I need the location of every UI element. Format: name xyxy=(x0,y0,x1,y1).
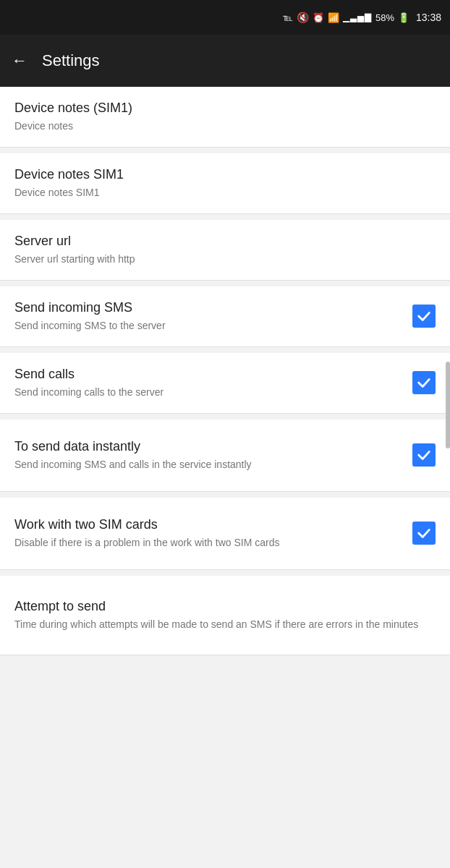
group-divider xyxy=(0,214,450,220)
status-time: 13:38 xyxy=(416,12,441,23)
item-title: Send incoming SMS xyxy=(14,299,401,316)
item-subtitle: Time during which attempts will be made … xyxy=(14,618,424,632)
item-title: Attempt to send xyxy=(14,598,424,615)
item-subtitle: Server url starting with http xyxy=(14,252,424,267)
send-data-instantly-checkbox[interactable] xyxy=(412,443,436,467)
battery-icon: 🔋 xyxy=(398,12,409,23)
settings-item-text: Device notes SIM1 Device notes SIM1 xyxy=(14,166,436,200)
settings-item-device-notes-sim1-value[interactable]: Device notes SIM1 Device notes SIM1 xyxy=(0,153,450,214)
signal-icon: ▁▃▅▇ xyxy=(343,12,372,22)
checkmark-icon xyxy=(416,375,432,391)
settings-item-text: Server url Server url starting with http xyxy=(14,233,436,267)
item-title: Device notes (SIM1) xyxy=(14,100,424,116)
settings-list: Device notes (SIM1) Device notes Device … xyxy=(0,87,450,655)
item-subtitle: Send incoming SMS and calls in the servi… xyxy=(14,458,401,472)
mute-icon: 🔇 xyxy=(297,12,309,23)
checkmark-icon xyxy=(416,308,432,324)
alarm-icon: ⏰ xyxy=(313,12,324,23)
battery-percent: 58% xyxy=(375,12,394,23)
status-icons: ℡ 🔇 ⏰ 📶 ▁▃▅▇ 58% 🔋 13:38 xyxy=(283,12,441,23)
settings-item-text: Send incoming SMS Send incoming SMS to t… xyxy=(14,299,412,333)
item-title: To send data instantly xyxy=(14,438,401,455)
item-title: Work with two SIM cards xyxy=(14,516,401,533)
group-divider xyxy=(0,414,450,420)
status-bar: ℡ 🔇 ⏰ 📶 ▁▃▅▇ 58% 🔋 13:38 xyxy=(0,0,450,35)
group-divider xyxy=(0,281,450,286)
item-title: Send calls xyxy=(14,366,401,383)
settings-item-send-incoming-sms[interactable]: Send incoming SMS Send incoming SMS to t… xyxy=(0,286,450,347)
settings-item-text: Attempt to send Time during which attemp… xyxy=(14,598,436,632)
settings-item-send-calls[interactable]: Send calls Send incoming calls to the se… xyxy=(0,353,450,414)
item-subtitle: Send incoming SMS to the server xyxy=(14,319,401,333)
send-incoming-sms-checkbox[interactable] xyxy=(412,305,436,328)
bluetooth-icon: ℡ xyxy=(283,12,293,23)
settings-item-text: Device notes (SIM1) Device notes xyxy=(14,100,436,134)
checkmark-icon xyxy=(416,447,432,463)
settings-item-text: Send calls Send incoming calls to the se… xyxy=(14,366,412,400)
settings-item-attempt-to-send[interactable]: Attempt to send Time during which attemp… xyxy=(0,576,450,655)
item-subtitle: Disable if there is a problem in the wor… xyxy=(14,536,401,550)
checkmark-icon xyxy=(416,525,432,541)
group-divider xyxy=(0,347,450,353)
settings-item-text: Work with two SIM cards Disable if there… xyxy=(14,516,412,550)
toolbar-title: Settings xyxy=(42,51,100,70)
settings-item-device-notes-sim1-title[interactable]: Device notes (SIM1) Device notes xyxy=(0,87,450,148)
item-subtitle: Send incoming calls to the server xyxy=(14,386,401,400)
toolbar: ← Settings xyxy=(0,35,450,87)
wifi-icon: 📶 xyxy=(328,12,339,23)
settings-item-server-url[interactable]: Server url Server url starting with http xyxy=(0,220,450,281)
settings-item-text: To send data instantly Send incoming SMS… xyxy=(14,438,412,472)
group-divider xyxy=(0,492,450,498)
work-two-sim-checkbox[interactable] xyxy=(412,522,436,545)
item-title: Server url xyxy=(14,233,424,250)
group-divider xyxy=(0,148,450,153)
settings-item-send-data-instantly[interactable]: To send data instantly Send incoming SMS… xyxy=(0,420,450,492)
group-divider xyxy=(0,570,450,576)
item-subtitle: Device notes xyxy=(14,119,424,134)
back-button[interactable]: ← xyxy=(12,51,27,70)
send-calls-checkbox[interactable] xyxy=(412,371,436,394)
item-title: Device notes SIM1 xyxy=(14,166,424,183)
item-subtitle: Device notes SIM1 xyxy=(14,186,424,200)
scrollbar[interactable] xyxy=(446,362,450,448)
settings-item-work-two-sim[interactable]: Work with two SIM cards Disable if there… xyxy=(0,498,450,570)
